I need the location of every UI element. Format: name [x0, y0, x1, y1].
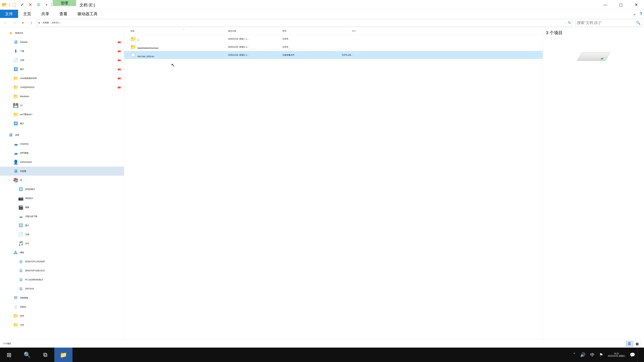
breadcrumb-sep-icon[interactable]: › — [50, 22, 50, 24]
tray-security-icon[interactable]: ⚑ — [597, 348, 606, 362]
app-icon[interactable]: 📂 — [1, 1, 8, 8]
maximize-button[interactable]: ▢ — [613, 0, 628, 9]
nav-desktop-item[interactable]: ☁OneDrive — [0, 139, 124, 148]
content-area: 名称 ˄ 修改日期 类型 大小 📁12020/12/15, 星期二 1...文件… — [124, 27, 644, 340]
nav-library-item[interactable]: ☁天翼云盘下载 — [0, 212, 124, 221]
quick-access-toolbar: 📂 ▢ ✔ ✕ ⚙ ▾ — [0, 0, 53, 9]
ribbon-tab-share[interactable]: 共享 — [36, 10, 54, 18]
col-type[interactable]: 类型 — [282, 30, 327, 32]
nav-qa-item[interactable]: ⬇下载📌 — [0, 46, 124, 56]
address-dropdown-icon[interactable]: ⌄ — [565, 22, 566, 24]
col-name[interactable]: 名称 ˄ — [130, 30, 228, 32]
nav-library-item[interactable]: 🎵音乐 — [0, 239, 124, 248]
qat-dropdown-icon[interactable]: ▾ — [43, 1, 50, 8]
nav-qa-item[interactable]: 📁win7重装win7 — [0, 110, 124, 119]
nav-desktop-item[interactable]: 👤Administrator — [0, 158, 124, 167]
nav-qa-item[interactable]: 💾G:\ — [0, 101, 124, 110]
nav-files[interactable]: 📁 文件 — [0, 321, 124, 330]
col-size[interactable]: 大小 — [327, 30, 358, 32]
ribbon-tab-view[interactable]: 查看 — [54, 10, 72, 18]
computer-icon: 🖥 — [18, 259, 24, 264]
nav-library-item[interactable]: 🖼保存的图片 — [0, 185, 124, 194]
nav-library-item[interactable]: 🎬视频 — [0, 203, 124, 212]
action-center-icon[interactable]: 💬 — [628, 348, 638, 362]
up-button[interactable]: ↑ — [28, 19, 35, 26]
nav-label: 网络 — [20, 251, 24, 254]
nav-quick-access[interactable]: ★ 快速访问 — [0, 28, 124, 37]
nav-qa-item[interactable]: 🖼图片📌 — [0, 65, 124, 74]
ribbon-tab-file[interactable]: 文件 — [0, 10, 18, 18]
breadcrumb-sep-icon[interactable]: › — [41, 22, 42, 24]
search-taskbar-button[interactable]: 🔍 — [18, 348, 36, 362]
breadcrumb-root-icon[interactable]: 🖥 — [38, 22, 40, 24]
nav-label: 回收站 — [20, 306, 26, 308]
computer-icon: 🖥 — [18, 286, 24, 292]
qat-check-icon[interactable]: ✔ — [19, 1, 26, 8]
item-icon: 🖼 — [13, 121, 18, 126]
nav-qa-item[interactable]: 🖥Desktop📌 — [0, 37, 124, 46]
refresh-icon[interactable]: ↻ — [568, 21, 571, 25]
nav-control-panel[interactable]: 🛠 控制面板 — [0, 293, 124, 302]
ribbon-tab-home[interactable]: 主页 — [18, 10, 36, 18]
nav-software[interactable]: 📁 软件 — [0, 311, 124, 321]
nav-desktop[interactable]: 🖥 桌面 — [0, 130, 124, 139]
properties-icon[interactable]: ▢ — [11, 1, 18, 8]
tray-clock[interactable]: 16:32 2020/12/25, 星期五 — [606, 348, 628, 362]
nav-qa-item[interactable]: 📁Bandicam — [0, 92, 124, 101]
search-icon[interactable]: 🔍 — [636, 21, 640, 25]
qat-close-icon[interactable]: ✕ — [27, 1, 34, 8]
ribbon-tab-drivetools[interactable]: 驱动器工具 — [72, 10, 103, 18]
tray-overflow-icon[interactable]: ˄ — [571, 348, 578, 362]
view-large-button[interactable]: ▦ — [634, 341, 641, 347]
breadcrumb-current[interactable]: 文档 (E:) — [52, 21, 59, 24]
file-row[interactable]: 📁12020/12/15, 星期二 1...文件夹 — [124, 35, 543, 43]
nav-qa-item[interactable]: 🖼图片 — [0, 119, 124, 128]
back-button[interactable]: ← — [2, 19, 9, 26]
nav-network-item[interactable]: 🖥PC-20190530OBLA — [0, 275, 124, 284]
file-row[interactable]: 📁BaiduNetdiskDownload2020/12/25, 星期五 1..… — [124, 43, 543, 51]
view-details-button[interactable]: ☰ — [626, 341, 633, 347]
nav-desktop-item[interactable]: 🖥此电脑 — [0, 167, 124, 176]
nav-network-item[interactable]: 🖥DESKTOP-NJEU3CG — [0, 266, 124, 275]
nav-desktop-item[interactable]: ☁WPS网盘 — [0, 148, 124, 158]
file-name: 1 — [138, 39, 139, 41]
recent-dropdown[interactable]: ▾ — [19, 19, 26, 26]
search-box[interactable]: 🔍 — [575, 19, 642, 26]
close-button[interactable]: ✕ — [628, 0, 644, 9]
file-row[interactable]: Win7x64_2020.iso2020/12/25, 星期五 1...光盘映像… — [124, 51, 543, 59]
search-input[interactable] — [577, 21, 635, 25]
item-icon: ☁ — [13, 141, 18, 147]
nav-label: 本机照片 — [25, 197, 33, 200]
nav-network-item[interactable]: 🖥ZMT2019 — [0, 284, 124, 293]
nav-label: Desktop — [20, 41, 28, 43]
breadcrumb-sep-icon[interactable]: › — [60, 22, 61, 24]
nav-network[interactable]: 🖧 网络 — [0, 248, 124, 257]
col-date[interactable]: 修改日期 — [228, 30, 282, 32]
qat-gear-icon[interactable]: ⚙ — [35, 1, 42, 8]
nav-library-item[interactable]: 📄文档 — [0, 230, 124, 239]
nav-label: win7重装win7 — [20, 113, 32, 116]
tray-ime-icon[interactable]: 中 — [588, 348, 597, 362]
qat-separator — [9, 3, 10, 7]
nav-network-item[interactable]: 🖥DESKTOP-LSSOEDP — [0, 257, 124, 266]
forward-button[interactable]: → — [10, 19, 18, 26]
nav-library-item[interactable]: 🖼图片 — [0, 221, 124, 230]
nav-qa-item[interactable]: 📁YUNQISHI2019📌 — [0, 83, 124, 92]
minimize-button[interactable]: — — [598, 0, 613, 9]
nav-library-item[interactable]: 📷本机照片 — [0, 194, 124, 203]
taskbar-explorer[interactable]: 📁 — [54, 348, 72, 362]
nav-qa-item[interactable]: 📁excel表格制作求和📌 — [0, 74, 124, 83]
show-desktop-button[interactable] — [638, 348, 642, 362]
breadcrumb-thispc[interactable]: 此电脑 — [43, 21, 49, 24]
tray-volume-icon[interactable]: 🔊 — [578, 348, 588, 362]
task-view-button[interactable]: ⧉ — [36, 348, 54, 362]
nav-recycle-bin[interactable]: 🗑 回收站 — [0, 302, 124, 311]
nav-desktop-item[interactable]: 📚库 — [0, 176, 124, 185]
help-icon[interactable]: ? — [640, 11, 642, 16]
nav-label: Bandicam — [20, 95, 29, 97]
taskbar: ⊞ 🔍 ⧉ 📁 ˄ 🔊 中 ⚑ 16:32 2020/12/25, 星期五 💬 — [0, 348, 644, 362]
address-bar[interactable]: 🖥 › 此电脑 › 文档 (E:) › ⌄ ↻ — [36, 19, 572, 26]
nav-qa-item[interactable]: 📄文档📌 — [0, 56, 124, 65]
ribbon-expand-icon[interactable]: ⌄ — [632, 11, 636, 16]
start-button[interactable]: ⊞ — [0, 348, 18, 362]
